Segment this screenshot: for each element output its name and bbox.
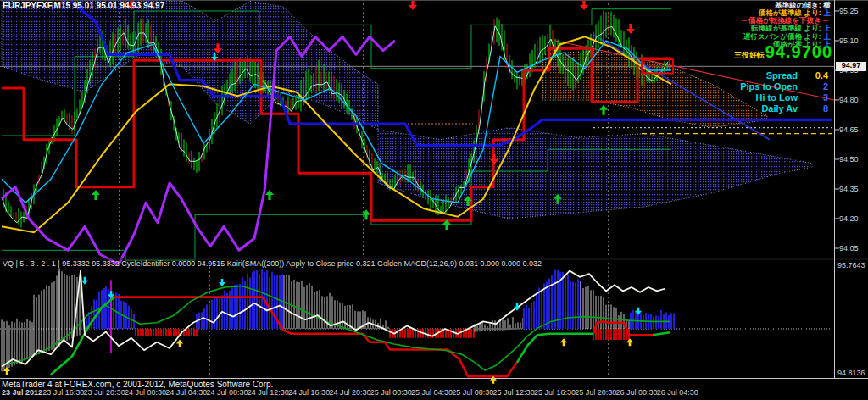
price-axis-tick: 94.35 (839, 186, 859, 193)
time-axis-label: 24 Jul 20:30 (329, 389, 370, 397)
time-axis-label: 25 Jul 08:30 (452, 389, 493, 397)
ichimoku-status-row: 遅行スパンが価格 より:上 (743, 33, 831, 41)
time-axis-label: 24 Jul 16:30 (288, 389, 330, 397)
time-axis-label: 25 Jul 12:30 (493, 389, 535, 397)
price-axis-tick: 94.50 (839, 156, 859, 164)
time-axis-label: 24 Jul 12:30 (248, 389, 289, 397)
time-axis-label: 26 Jul 04:30 (657, 389, 698, 397)
indicator-window-header: VQ | 5 . 3 . 2 . 1 | 95.3332 95.3332 Cyc… (3, 260, 542, 268)
price-axis-tick: 95.10 (839, 37, 859, 45)
indicator-axis-top: 95.7643 (837, 262, 865, 269)
info-row-hi-to-low: Hi to Low3 (756, 93, 829, 103)
ichimoku-status-row: 価格が雲 より:上 (773, 41, 831, 48)
price-chart-canvas[interactable] (0, 0, 868, 400)
indicator-axis-bottom: 94.8136 (837, 369, 865, 377)
time-axis-label: 24 Jul 04:30 (165, 389, 207, 397)
time-axis-label: 23 Jul 2012 (2, 389, 42, 397)
info-row-pips-to-open: Pips to Open2 (740, 82, 828, 92)
price-axis-tick: 94.80 (839, 97, 859, 104)
ichimoku-status-row: 転換線が基準線 より:上 (751, 25, 831, 32)
symbol-title: EURJPYFXF,M15 95.01 95.01 94.93 94.97 (3, 2, 164, 10)
price-axis-tick: 94.05 (839, 245, 859, 253)
ichimoku-signal-label: 三役好転 (734, 52, 765, 59)
mt4-chart-window: EURJPYFXF,M15 95.01 95.01 94.93 94.97 三役… (0, 0, 868, 400)
time-axis-label: 24 Jul 08:30 (207, 389, 248, 397)
price-axis-tick: 95.25 (839, 8, 859, 15)
price-axis-tick: 94.20 (839, 215, 859, 223)
current-price-axis-tag: 94.97 (836, 62, 866, 71)
time-axis-label: 23 Jul 20:30 (84, 389, 125, 397)
ichimoku-status-row: ─ 価格が転換線を下抜き ─ (742, 17, 831, 25)
time-axis-label: 25 Jul 04:30 (411, 389, 453, 397)
time-axis-label: 25 Jul 20:30 (575, 389, 616, 397)
price-axis-tick: 94.65 (839, 126, 859, 134)
time-axis-label: 24 Jul 00:30 (125, 389, 166, 397)
info-row-spread: Spread0.4 (766, 71, 828, 81)
time-axis-label: 25 Jul 16:30 (534, 389, 576, 397)
time-axis-label: 23 Jul 16:30 (42, 389, 84, 397)
time-axis-label: 25 Jul 00:30 (370, 389, 412, 397)
ichimoku-status-row: 価格が基準線 より:上 (759, 9, 831, 17)
ichimoku-status-row: 基準線の傾き:横 (775, 2, 831, 9)
info-row-daily-av: Daily Av8 (761, 104, 828, 114)
time-axis-label: 26 Jul 00:30 (616, 389, 658, 397)
